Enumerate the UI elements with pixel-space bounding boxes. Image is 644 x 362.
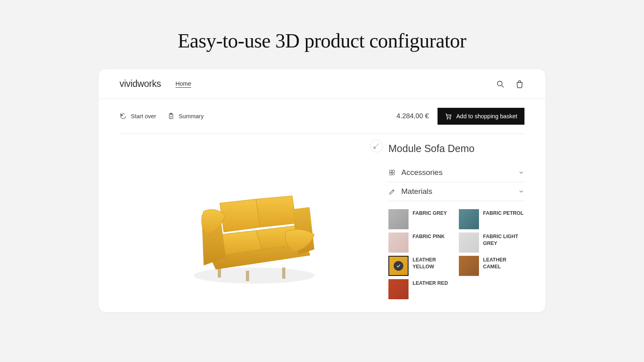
material-option-leather-red[interactable]: LEATHER RED [388, 279, 454, 299]
nav-home[interactable]: Home [175, 80, 191, 88]
material-swatches: FABRIC GREYFABRIC PETROLFABRIC PINKFABRI… [388, 209, 524, 299]
topbar-left: vividworks Home [120, 78, 191, 89]
svg-point-14 [392, 173, 394, 175]
puzzle-icon [388, 169, 396, 176]
material-option-fabric-petrol[interactable]: FABRIC PETROL [459, 209, 524, 229]
svg-rect-12 [392, 170, 394, 172]
summary-button[interactable]: Summary [167, 113, 204, 120]
topbar: vividworks Home [99, 69, 545, 99]
product-viewer[interactable] [120, 134, 388, 312]
swatch-leather-camel[interactable] [459, 256, 479, 276]
selected-badge [389, 257, 408, 275]
svg-point-5 [447, 118, 448, 119]
brand-logo[interactable]: vividworks [120, 78, 161, 89]
chevron-down-icon [518, 169, 524, 176]
swatch-label: LEATHER YELLOW [413, 256, 454, 270]
start-over-button[interactable]: Start over [120, 113, 156, 120]
start-over-label: Start over [131, 113, 156, 119]
swatch-fabric-pink[interactable] [388, 232, 409, 253]
add-to-basket-button[interactable]: Add to shopping basket [438, 108, 524, 125]
swatch-label: FABRIC PINK [413, 232, 445, 240]
palette-icon [388, 188, 396, 195]
config-sidebar: Module Sofa Demo Accessories Materials [388, 134, 524, 312]
accordion-materials[interactable]: Materials [388, 182, 524, 201]
swatch-leather-yellow[interactable] [388, 256, 409, 276]
svg-rect-11 [390, 170, 392, 172]
shopping-cart-icon [445, 113, 452, 120]
swatch-label: LEATHER RED [413, 279, 448, 287]
accordion-materials-label: Materials [401, 187, 512, 196]
swatch-label: FABRIC LIGHT GREY [483, 232, 524, 247]
material-option-fabric-pink[interactable]: FABRIC PINK [388, 232, 454, 253]
topbar-right [495, 79, 524, 89]
shopping-bag-icon[interactable] [515, 79, 524, 89]
svg-rect-10 [246, 271, 249, 281]
material-option-leather-yellow[interactable]: LEATHER YELLOW [388, 256, 454, 276]
page-title: Easy-to-use 3D product configurator [0, 0, 644, 69]
swatch-label: FABRIC GREY [413, 209, 447, 217]
summary-label: Summary [179, 113, 204, 119]
sofa-3d-render [182, 175, 326, 288]
swatch-label: FABRIC PETROL [483, 209, 524, 217]
main: Module Sofa Demo Accessories Materials [99, 134, 545, 312]
svg-point-0 [497, 81, 502, 86]
material-option-leather-camel[interactable]: LEATHER CAMEL [459, 256, 524, 276]
swatch-fabric-petrol[interactable] [459, 209, 479, 229]
action-row: Start over Summary 4.284,00 € Add to sho… [99, 99, 545, 134]
search-icon[interactable] [495, 79, 505, 89]
ruler-icon[interactable] [370, 140, 383, 152]
accordion-accessories-label: Accessories [401, 168, 512, 177]
svg-point-6 [450, 118, 451, 119]
swatch-fabric-light-grey[interactable] [459, 232, 479, 253]
add-to-basket-label: Add to shopping basket [456, 113, 517, 119]
action-left: Start over Summary [120, 113, 204, 120]
price: 4.284,00 € [396, 112, 429, 120]
svg-rect-9 [282, 267, 285, 279]
swatch-leather-red[interactable] [388, 279, 409, 299]
clipboard-check-icon [167, 113, 175, 120]
material-option-fabric-light-grey[interactable]: FABRIC LIGHT GREY [459, 232, 524, 253]
chevron-down-icon [518, 188, 524, 195]
swatch-label: LEATHER CAMEL [483, 256, 524, 270]
restart-icon [120, 113, 127, 120]
svg-point-7 [194, 267, 314, 284]
svg-rect-13 [390, 173, 392, 175]
material-option-fabric-grey[interactable]: FABRIC GREY [388, 209, 454, 229]
product-name: Module Sofa Demo [388, 143, 524, 154]
svg-line-1 [502, 85, 504, 87]
swatch-fabric-grey[interactable] [388, 209, 409, 229]
action-right: 4.284,00 € Add to shopping basket [396, 108, 524, 125]
accordion-accessories[interactable]: Accessories [388, 163, 524, 182]
app-card: vividworks Home Start over [99, 69, 545, 312]
